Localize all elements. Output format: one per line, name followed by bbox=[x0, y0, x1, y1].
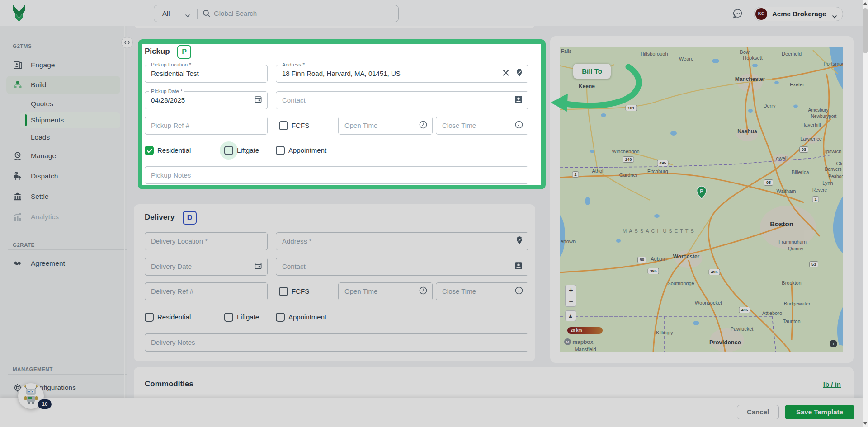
pickup-liftgate-checkbox[interactable] bbox=[224, 146, 233, 155]
clock-icon[interactable] bbox=[514, 120, 524, 131]
pickup-fcfs-checkbox[interactable] bbox=[279, 121, 288, 130]
calendar-icon[interactable] bbox=[254, 95, 263, 106]
contact-icon[interactable] bbox=[514, 94, 524, 106]
pickup-contact-input[interactable]: Contact bbox=[276, 91, 528, 109]
pickup-location-input[interactable]: Pickup Location * Residential Test bbox=[145, 65, 268, 83]
pickup-date-input[interactable]: Pickup Date * 04/28/2025 bbox=[145, 91, 268, 109]
pickup-open-time-input[interactable]: Open Time bbox=[338, 117, 433, 135]
pickup-fcfs-label: FCFS bbox=[292, 121, 309, 130]
scroll-up-arrow[interactable] bbox=[863, 2, 867, 5]
clock-icon[interactable] bbox=[419, 120, 428, 131]
pickup-residential-checkbox[interactable] bbox=[145, 146, 154, 155]
app-screen: G2TMS Engage Build Quotes Shipments Load… bbox=[0, 0, 868, 427]
pickup-badge: P bbox=[177, 45, 191, 59]
scrollbar-thumb[interactable] bbox=[863, 8, 868, 53]
pickup-residential-label: Residential bbox=[157, 146, 191, 155]
page-scrollbar[interactable] bbox=[863, 0, 868, 427]
tour-arrow bbox=[542, 56, 660, 115]
scroll-down-arrow[interactable] bbox=[863, 422, 867, 425]
edit-location-icon[interactable] bbox=[514, 68, 524, 80]
pickup-title: Pickup bbox=[145, 47, 170, 56]
clear-icon[interactable] bbox=[502, 69, 510, 79]
pickup-ref-input[interactable]: Pickup Ref # bbox=[145, 117, 268, 135]
pickup-liftgate-label: Liftgate bbox=[237, 146, 259, 155]
pickup-address-input[interactable]: Address * 18 Finn Road, Harvard, MA, 014… bbox=[276, 65, 528, 83]
pickup-appointment-checkbox[interactable] bbox=[276, 146, 285, 155]
pickup-close-time-input[interactable]: Close Time bbox=[436, 117, 528, 135]
pickup-section: Pickup P Pickup Location * Residential T… bbox=[138, 39, 546, 189]
pickup-notes-input[interactable]: Pickup Notes bbox=[145, 166, 528, 184]
pickup-appointment-label: Appointment bbox=[288, 146, 326, 155]
